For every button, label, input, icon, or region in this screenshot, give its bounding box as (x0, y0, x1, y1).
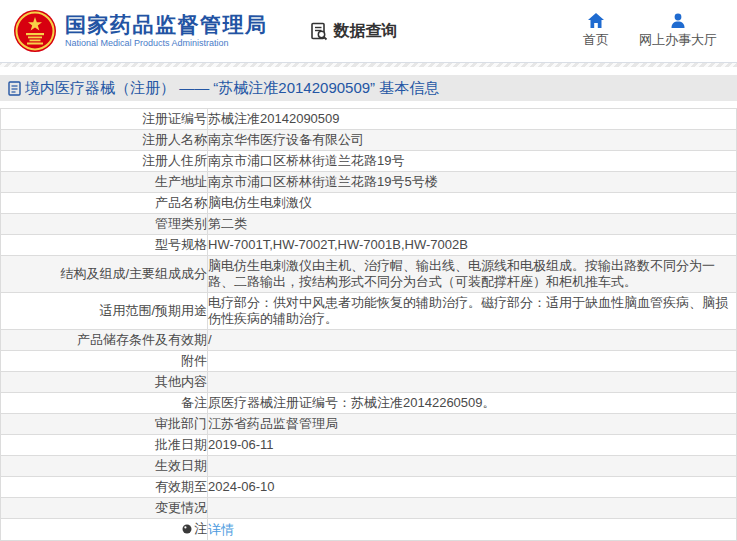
nav-service-hall-label: 网上办事大厅 (639, 31, 717, 49)
row-value: 2024-06-10 (208, 477, 737, 498)
row-value: 南京市浦口区桥林街道兰花路19号5号楼 (208, 172, 737, 193)
row-value: 脑电仿生电刺激仪 (208, 193, 737, 214)
nav-home[interactable]: 首页 (583, 13, 609, 49)
row-label: 注 (1, 519, 208, 541)
registration-info-table-wrap: 注册证编号苏械注准20142090509注册人名称南京华伟医疗设备有限公司注册人… (0, 108, 737, 541)
row-label-text: 生效日期 (155, 458, 207, 473)
row-label: 备注 (1, 393, 208, 414)
row-value: 原医疗器械注册证编号：苏械注准20142260509。 (208, 393, 737, 414)
table-row: 注册人住所南京市浦口区桥林街道兰花路19号 (1, 151, 737, 172)
row-value-text: HW-7001T,HW-7002T,HW-7001B,HW-7002B (208, 237, 468, 252)
row-value-text: 2019-06-11 (208, 437, 274, 452)
row-label: 批准日期 (1, 435, 208, 456)
row-value (208, 372, 737, 393)
row-label: 适用范围/预期用途 (1, 293, 208, 330)
details-link[interactable]: 详情 (208, 522, 234, 537)
table-row: 管理类别第二类 (1, 214, 737, 235)
row-label-text: 有效期至 (155, 479, 207, 494)
site-header: 国家药品监督管理局 National Medical Products Admi… (0, 0, 737, 62)
row-label-text: 产品名称 (155, 195, 207, 210)
table-row: 批准日期2019-06-11 (1, 435, 737, 456)
row-label: 生效日期 (1, 456, 208, 477)
row-value: 苏械注准20142090509 (208, 109, 737, 130)
row-value-text: 电疗部分：供对中风患者功能恢复的辅助治疗。磁疗部分：适用于缺血性脑血管疾病、脑损… (208, 295, 728, 326)
row-label-text: 管理类别 (155, 216, 207, 231)
row-label: 审批部门 (1, 414, 208, 435)
row-label: 附件 (1, 351, 208, 372)
row-label-text: 注册证编号 (142, 111, 207, 126)
row-value: 江苏省药品监督管理局 (208, 414, 737, 435)
registration-info-table: 注册证编号苏械注准20142090509注册人名称南京华伟医疗设备有限公司注册人… (0, 108, 737, 541)
header-divider (0, 62, 737, 67)
data-query-icon (310, 22, 329, 41)
row-label: 产品名称 (1, 193, 208, 214)
row-label-text: 其他内容 (155, 374, 207, 389)
row-value-text: / (208, 332, 212, 347)
page-title-bar: 境内医疗器械（注册） —— “苏械注准20142090509” 基本信息 (0, 75, 737, 101)
row-label: 注册人住所 (1, 151, 208, 172)
table-row: 生产地址南京市浦口区桥林街道兰花路19号5号楼 (1, 172, 737, 193)
row-label: 管理类别 (1, 214, 208, 235)
nav-service-hall[interactable]: 网上办事大厅 (639, 13, 717, 49)
bulb-icon (182, 522, 192, 538)
row-label-text: 型号规格 (155, 237, 207, 252)
row-label-text: 产品储存条件及有效期 (77, 332, 207, 347)
row-label: 生产地址 (1, 172, 208, 193)
row-label-text: 审批部门 (155, 416, 207, 431)
row-label-text: 批准日期 (155, 437, 207, 452)
nmpa-emblem-icon (13, 9, 57, 53)
row-value-text: 原医疗器械注册证编号：苏械注准20142260509。 (208, 395, 496, 410)
table-row: 型号规格HW-7001T,HW-7002T,HW-7001B,HW-7002B (1, 235, 737, 256)
row-value-text: 2024-06-10 (208, 479, 275, 494)
row-label-text: 备注 (181, 395, 207, 410)
row-value (208, 456, 737, 477)
user-icon (670, 13, 686, 28)
table-row: 结构及组成/主要组成成分脑电仿生电刺激仪由主机、治疗帽、输出线、电源线和电极组成… (1, 256, 737, 293)
table-row: 有效期至2024-06-10 (1, 477, 737, 498)
row-value: 南京华伟医疗设备有限公司 (208, 130, 737, 151)
row-value (208, 351, 737, 372)
table-row: 注详情 (1, 519, 737, 541)
page-title: 境内医疗器械（注册） —— “苏械注准20142090509” 基本信息 (25, 79, 439, 98)
data-query-button[interactable]: 数据查询 (310, 21, 398, 42)
row-label: 注册证编号 (1, 109, 208, 130)
row-label-text: 注册人名称 (142, 132, 207, 147)
table-row: 产品名称脑电仿生电刺激仪 (1, 193, 737, 214)
row-value: HW-7001T,HW-7002T,HW-7001B,HW-7002B (208, 235, 737, 256)
document-icon (8, 81, 21, 96)
row-value: 脑电仿生电刺激仪由主机、治疗帽、输出线、电源线和电极组成。按输出路数不同分为一路… (208, 256, 737, 293)
table-row: 注册人名称南京华伟医疗设备有限公司 (1, 130, 737, 151)
row-label: 结构及组成/主要组成成分 (1, 256, 208, 293)
row-value: 详情 (208, 519, 737, 541)
row-label-text: 附件 (181, 353, 207, 368)
row-label-text: 注册人住所 (142, 153, 207, 168)
row-value-text: 脑电仿生电刺激仪 (208, 195, 312, 210)
row-label: 型号规格 (1, 235, 208, 256)
table-row: 审批部门江苏省药品监督管理局 (1, 414, 737, 435)
row-value: 2019-06-11 (208, 435, 737, 456)
row-value-text: 江苏省药品监督管理局 (208, 416, 338, 431)
table-row: 变更情况 (1, 498, 737, 519)
row-label: 产品储存条件及有效期 (1, 330, 208, 351)
row-value-text: 南京市浦口区桥林街道兰花路19号 (208, 153, 404, 168)
row-value: / (208, 330, 737, 351)
row-label: 有效期至 (1, 477, 208, 498)
row-label-text: 适用范围/预期用途 (99, 303, 207, 318)
row-label: 注册人名称 (1, 130, 208, 151)
row-label: 变更情况 (1, 498, 208, 519)
row-value: 南京市浦口区桥林街道兰花路19号 (208, 151, 737, 172)
row-label-text: 注 (194, 521, 207, 536)
row-value-text: 第二类 (208, 216, 247, 231)
table-row: 产品储存条件及有效期/ (1, 330, 737, 351)
row-value: 第二类 (208, 214, 737, 235)
row-label: 其他内容 (1, 372, 208, 393)
row-label-text: 结构及组成/主要组成成分 (60, 266, 207, 281)
row-value: 电疗部分：供对中风患者功能恢复的辅助治疗。磁疗部分：适用于缺血性脑血管疾病、脑损… (208, 293, 737, 330)
home-icon (588, 13, 604, 28)
agency-title-block: 国家药品监督管理局 National Medical Products Admi… (65, 13, 268, 49)
top-nav: 首页 网上办事大厅 (583, 13, 717, 49)
row-label-text: 生产地址 (155, 174, 207, 189)
row-value (208, 498, 737, 519)
row-value-text: 南京市浦口区桥林街道兰花路19号5号楼 (208, 174, 438, 189)
nav-home-label: 首页 (583, 31, 609, 49)
